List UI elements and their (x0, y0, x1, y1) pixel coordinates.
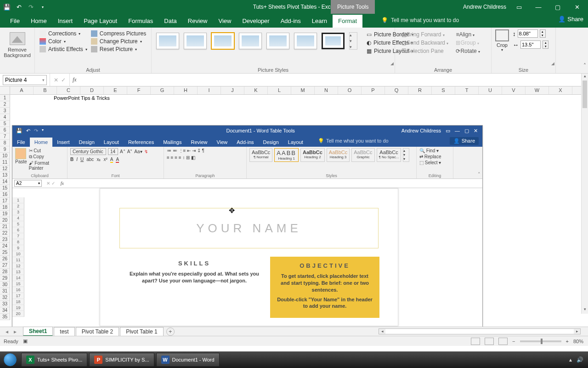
row-header[interactable]: 16 (0, 191, 10, 198)
ribbon-display-icon[interactable]: ▭ (513, 2, 526, 12)
undo-icon[interactable]: ↶ (15, 3, 23, 11)
row-header[interactable]: 20 (0, 217, 10, 224)
hscroll-left-icon[interactable]: ◂ (379, 329, 385, 334)
reset-picture-button[interactable]: Reset Picture ▾ (91, 46, 146, 52)
tab-learn[interactable]: Learn (306, 15, 333, 28)
close-icon[interactable]: ✕ (571, 2, 583, 12)
sheet-tab-pivot1[interactable]: Pivot Table 1 (120, 327, 164, 336)
row-header[interactable]: 24 (0, 243, 10, 249)
compress-pictures-button[interactable]: Compress Pictures (91, 30, 146, 37)
qat-dropdown-icon[interactable]: ▾ (39, 3, 47, 11)
embedded-picture-word[interactable]: 💾 ↶ ↷ ▾ Document1 - Word Table Tools And… (12, 125, 483, 327)
style-thumb-1[interactable] (156, 33, 179, 49)
col-header[interactable]: H (174, 86, 198, 94)
scroll-thumb[interactable] (582, 80, 587, 108)
style-thumb-2[interactable] (184, 33, 207, 49)
row-header[interactable]: 19 (0, 211, 10, 217)
sheet-tab-test[interactable]: test (54, 327, 74, 336)
sheet-nav-next-icon[interactable]: ▸ (11, 328, 19, 335)
col-header[interactable]: J (221, 86, 244, 94)
remove-background-button[interactable]: Remove Background (3, 29, 32, 58)
bring-forward-button[interactable]: ▣Bring Forward ▾ (401, 31, 448, 38)
row-header[interactable]: 8 (0, 140, 10, 146)
col-header[interactable]: X (549, 86, 572, 94)
fx-icon[interactable]: fx (70, 76, 79, 83)
row-header[interactable]: 18 (0, 204, 10, 211)
corrections-button[interactable]: Corrections ▾ (40, 30, 87, 37)
col-header[interactable]: I (198, 86, 221, 94)
tab-view[interactable]: View (213, 15, 237, 28)
col-header[interactable]: F (127, 86, 151, 94)
col-header[interactable]: Q (385, 86, 408, 94)
row-header[interactable]: 7 (0, 133, 10, 140)
scroll-down-icon[interactable]: ▾ (582, 307, 588, 314)
style-thumb-3[interactable] (211, 33, 234, 49)
tab-developer[interactable]: Developer (237, 15, 275, 28)
view-page-break-icon[interactable] (498, 338, 508, 345)
row-header[interactable]: 4 (0, 114, 10, 121)
row-header[interactable]: 27 (0, 262, 10, 269)
taskbar-word[interactable]: WDocument1 - Word (156, 353, 220, 367)
sheet-tab-sheet1[interactable]: Sheet1 (23, 327, 53, 336)
row-header[interactable]: 11 (0, 159, 10, 166)
col-header[interactable]: C (57, 86, 80, 94)
style-thumb-5[interactable] (266, 33, 289, 49)
styles-launcher-icon[interactable]: ◢ (390, 61, 394, 66)
cancel-formula-icon[interactable]: ✕ (54, 77, 58, 83)
formula-input[interactable] (79, 74, 582, 86)
sheet-nav-prev-icon[interactable]: ◂ (3, 328, 11, 335)
col-header[interactable]: O (338, 86, 362, 94)
tab-file[interactable]: File (5, 15, 25, 28)
styles-gallery-more[interactable]: ▴▾▾ (349, 32, 357, 50)
row-header[interactable]: 22 (0, 230, 10, 236)
tab-insert[interactable]: Insert (52, 15, 79, 28)
height-spinner[interactable]: ▴▾ (540, 29, 546, 38)
hscroll-right-icon[interactable]: ▸ (574, 329, 580, 334)
col-header[interactable]: U (479, 86, 502, 94)
macro-record-icon[interactable]: ▣ (23, 338, 28, 344)
collapse-ribbon-icon[interactable]: ˄ (583, 63, 586, 69)
row-header[interactable]: 35 (0, 314, 10, 320)
col-header[interactable]: S (432, 86, 455, 94)
style-thumb-6[interactable] (294, 33, 317, 49)
row-header[interactable]: 13 (0, 172, 10, 178)
group-button[interactable]: ⊞Group ▾ (456, 40, 480, 46)
col-header[interactable]: E (104, 86, 127, 94)
row-header[interactable]: 26 (0, 256, 10, 262)
redo-icon[interactable]: ↷ (27, 3, 35, 11)
view-normal-icon[interactable] (471, 338, 480, 345)
user-name[interactable]: Andrew Childress (463, 4, 506, 10)
row-header[interactable]: 15 (0, 185, 10, 191)
enter-formula-icon[interactable]: ✓ (61, 77, 66, 83)
col-header[interactable]: N (315, 86, 338, 94)
tab-format[interactable]: Format (333, 15, 362, 28)
width-spinner[interactable]: ▴▾ (543, 40, 548, 49)
tray-up-icon[interactable]: ▴ (569, 356, 572, 363)
row-header[interactable]: 6 (0, 127, 10, 133)
col-header[interactable]: A (10, 86, 34, 94)
col-header[interactable]: G (151, 86, 174, 94)
horizontal-scrollbar[interactable]: ◂ ▸ (379, 328, 581, 334)
tab-home[interactable]: Home (25, 15, 52, 28)
scroll-up-icon[interactable]: ▴ (582, 74, 588, 80)
zoom-level[interactable]: 80% (573, 339, 583, 344)
taskbar-excel[interactable]: XTuts+ Sheets Pivo... (21, 353, 87, 367)
col-header[interactable]: M (291, 86, 315, 94)
row-header[interactable]: 9 (0, 146, 10, 153)
row-header[interactable]: 30 (0, 282, 10, 288)
zoom-slider[interactable] (520, 340, 561, 342)
tab-data[interactable]: Data (158, 15, 182, 28)
minimize-icon[interactable]: — (532, 2, 545, 12)
height-input[interactable] (518, 29, 538, 38)
zoom-out-icon[interactable]: − (512, 339, 515, 344)
row-header[interactable]: 21 (0, 224, 10, 230)
sheet-tab-pivot2[interactable]: Pivot Table 2 (76, 327, 119, 336)
col-header[interactable]: T (455, 86, 479, 94)
align-button[interactable]: ≡Align ▾ (456, 31, 480, 38)
send-backward-button[interactable]: ▢Send Backward ▾ (401, 40, 448, 46)
artistic-effects-button[interactable]: Artistic Effects ▾ (40, 46, 87, 52)
tell-me-search[interactable]: 💡 Tell me what you want to do (381, 17, 459, 23)
volume-icon[interactable]: 🔊 (577, 356, 583, 363)
row-header[interactable]: 12 (0, 166, 10, 172)
tab-review[interactable]: Review (182, 15, 213, 28)
